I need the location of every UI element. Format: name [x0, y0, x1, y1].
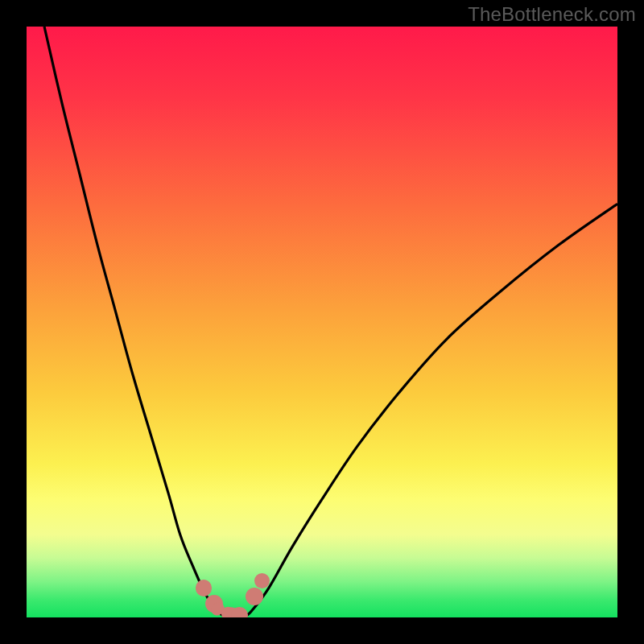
- chart-marker-dot: [196, 580, 213, 597]
- watermark-text: TheBottleneck.com: [468, 3, 636, 26]
- chart-marker-dot: [254, 573, 270, 588]
- chart-markers: [27, 27, 617, 617]
- chart-marker-dot: [231, 607, 248, 617]
- chart-marker-dot: [246, 588, 263, 605]
- chart-plot-area: [27, 27, 617, 617]
